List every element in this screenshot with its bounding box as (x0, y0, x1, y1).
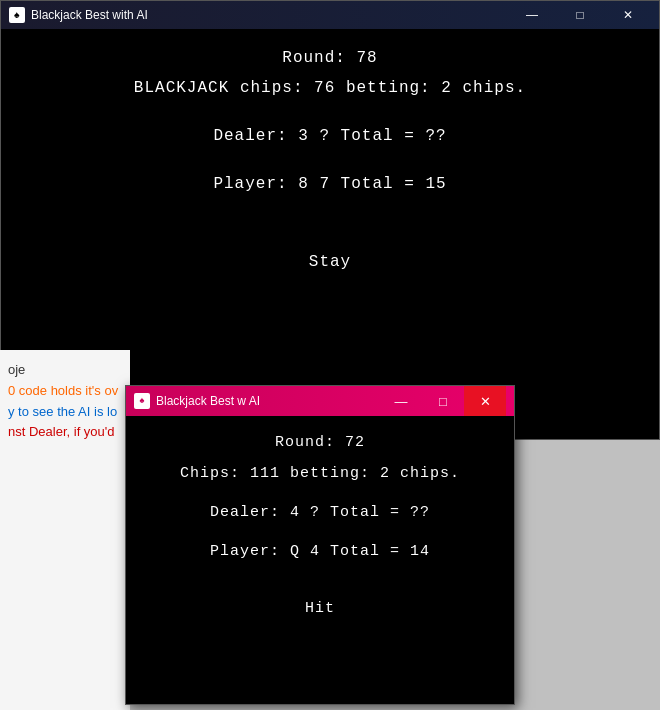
bg-action-display: Stay (309, 253, 351, 271)
bg-info-display: BLACKJACK chips: 76 betting: 2 chips. (134, 79, 526, 97)
fg-action-display: Hit (305, 600, 335, 617)
side-line2: 0 code holds it's ov (8, 381, 122, 402)
fg-dealer-display: Dealer: 4 ? Total = ?? (210, 504, 430, 521)
fg-window: ♠ Blackjack Best w AI — □ ✕ Round: 72 Ch… (125, 385, 515, 705)
fg-round-display: Round: 72 (275, 434, 365, 451)
bg-minimize-button[interactable]: — (509, 1, 555, 29)
bg-window-icon: ♠ (9, 7, 25, 23)
fg-close-button[interactable]: ✕ (464, 386, 506, 416)
side-line4: nst Dealer, if you'd (8, 422, 122, 443)
fg-window-controls: — □ ✕ (380, 386, 506, 416)
side-line1: oje (8, 360, 122, 381)
bg-player-display: Player: 8 7 Total = 15 (213, 175, 446, 193)
fg-window-content: Round: 72 Chips: 111 betting: 2 chips. D… (126, 416, 514, 704)
fg-maximize-button[interactable]: □ (422, 386, 464, 416)
side-line4-text: nst Dealer, if you'd (8, 424, 115, 439)
bg-round-display: Round: 78 (282, 49, 377, 67)
side-line3-text: y to see the AI is lo (8, 404, 117, 419)
bg-window-controls: — □ ✕ (509, 1, 651, 29)
bg-maximize-button[interactable]: □ (557, 1, 603, 29)
fg-player-display: Player: Q 4 Total = 14 (210, 543, 430, 560)
bg-window-title: Blackjack Best with AI (31, 8, 503, 22)
bg-window-titlebar: ♠ Blackjack Best with AI — □ ✕ (1, 1, 659, 29)
side-line3: y to see the AI is lo (8, 402, 122, 423)
bg-close-button[interactable]: ✕ (605, 1, 651, 29)
side-line2-text: 0 code holds it's ov (8, 383, 118, 398)
fg-window-title: Blackjack Best w AI (156, 394, 374, 408)
fg-info-display: Chips: 111 betting: 2 chips. (180, 465, 460, 482)
side-text: oje 0 code holds it's ov y to see the AI… (0, 350, 130, 453)
fg-minimize-button[interactable]: — (380, 386, 422, 416)
bg-dealer-display: Dealer: 3 ? Total = ?? (213, 127, 446, 145)
fg-window-titlebar: ♠ Blackjack Best w AI — □ ✕ (126, 386, 514, 416)
side-content-panel: oje 0 code holds it's ov y to see the AI… (0, 350, 130, 710)
fg-window-icon: ♠ (134, 393, 150, 409)
